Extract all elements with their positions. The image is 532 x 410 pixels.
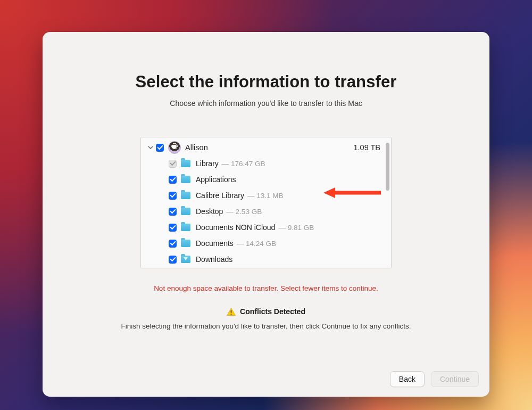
user-total-size: 1.09 TB [353, 143, 380, 152]
folder-icon [181, 192, 190, 199]
item-label: Documents NON iCloud [196, 223, 275, 232]
item-checkbox[interactable] [169, 256, 177, 264]
back-button[interactable]: Back [390, 371, 425, 387]
item-size: — 14.24 GB [237, 240, 276, 248]
conflicts-heading: Conflicts Detected [240, 307, 305, 316]
svg-rect-2 [231, 310, 232, 313]
list-item[interactable]: Documents NON iCloud — 9.81 GB [141, 219, 391, 235]
migration-assistant-panel: Select the information to transfer Choos… [43, 32, 489, 397]
item-checkbox[interactable] [169, 240, 177, 248]
item-label: Downloads [196, 255, 232, 264]
list-item[interactable]: Desktop — 2.53 GB [141, 203, 391, 219]
transfer-items-list: Allison 1.09 TB Library — 176.47 GBAppli… [140, 137, 392, 268]
item-label: Calibre Library [196, 191, 244, 200]
scrollbar-thumb[interactable] [386, 143, 389, 191]
svg-point-3 [230, 313, 231, 314]
page-subtitle: Choose which information you'd like to t… [43, 99, 489, 108]
folder-icon [181, 176, 190, 183]
item-size: — 9.81 GB [278, 224, 314, 232]
folder-icon [181, 240, 190, 247]
folder-icon [181, 160, 190, 167]
chevron-down-icon[interactable] [147, 146, 154, 150]
scrollbar[interactable] [386, 143, 389, 263]
item-checkbox [169, 160, 177, 168]
list-item[interactable]: Downloads [141, 251, 391, 267]
item-label: Documents [196, 239, 234, 248]
error-message: Not enough space available to transfer. … [43, 284, 489, 292]
item-checkbox[interactable] [169, 224, 177, 232]
item-size: — 176.47 GB [222, 160, 265, 168]
list-item[interactable]: Applications [141, 171, 391, 187]
item-label: Library [196, 159, 219, 168]
footer-buttons: Back Continue [390, 371, 479, 387]
user-row[interactable]: Allison 1.09 TB [141, 140, 391, 155]
item-size: — 2.53 GB [226, 208, 262, 216]
user-name: Allison [185, 143, 208, 152]
item-label: Applications [196, 175, 236, 184]
item-size: — 13.1 MB [247, 192, 284, 200]
downloads-folder-icon [181, 256, 190, 263]
item-checkbox[interactable] [169, 208, 177, 216]
conflicts-section: Conflicts Detected Finish selecting the … [43, 307, 489, 330]
conflicts-subtext: Finish selecting the information you'd l… [43, 322, 489, 330]
list-item[interactable]: Calibre Library — 13.1 MB [141, 187, 391, 203]
item-checkbox[interactable] [169, 192, 177, 200]
avatar [168, 141, 181, 154]
folder-icon [181, 224, 190, 231]
warning-icon [227, 308, 236, 316]
item-checkbox[interactable] [169, 176, 177, 184]
list-item[interactable]: Library — 176.47 GB [141, 155, 391, 171]
page-title: Select the information to transfer [43, 72, 489, 92]
list-item[interactable]: Documents — 14.24 GB [141, 235, 391, 251]
item-label: Desktop [196, 207, 223, 216]
user-checkbox[interactable] [156, 144, 164, 152]
continue-button: Continue [431, 371, 479, 387]
folder-icon [181, 208, 190, 215]
